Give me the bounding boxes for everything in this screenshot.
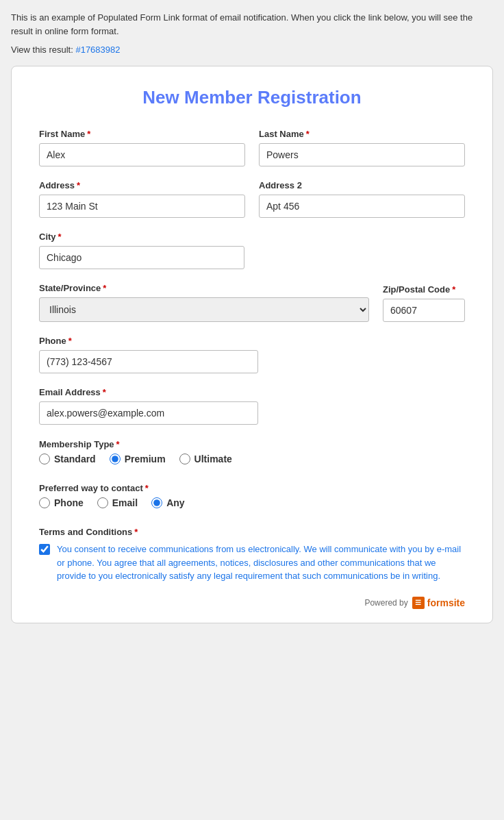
- contact-email-radio[interactable]: [97, 497, 108, 508]
- address-row: Address* Address 2: [39, 180, 465, 218]
- address2-label: Address 2: [259, 180, 465, 190]
- email-input[interactable]: [39, 401, 258, 425]
- email-label: Email Address*: [39, 387, 258, 397]
- address2-input[interactable]: [259, 195, 465, 218]
- membership-standard-radio[interactable]: [39, 454, 50, 464]
- form-container: New Member Registration First Name* Last…: [11, 66, 493, 623]
- terms-required: *: [134, 527, 138, 537]
- city-input[interactable]: [39, 246, 244, 269]
- first-name-input[interactable]: [39, 143, 245, 166]
- membership-ultimate-label: Ultimate: [194, 454, 232, 464]
- terms-text: You consent to receive communications fr…: [57, 543, 465, 583]
- contact-phone-item: Phone: [39, 497, 84, 508]
- zip-required: *: [452, 284, 455, 295]
- last-name-group: Last Name*: [259, 129, 465, 166]
- phone-group: Phone*: [39, 336, 258, 373]
- membership-label: Membership Type*: [39, 439, 120, 449]
- city-group: City*: [39, 232, 244, 269]
- state-required: *: [103, 283, 106, 293]
- membership-section: Membership Type* Standard Premium Ultima…: [39, 438, 465, 469]
- terms-label: Terms and Conditions*: [39, 527, 138, 537]
- address-required: *: [77, 180, 80, 190]
- membership-radio-group: Standard Premium Ultimate: [39, 454, 465, 469]
- phone-section: Phone*: [39, 336, 465, 373]
- terms-checkbox[interactable]: [39, 544, 50, 555]
- state-group: State/Province* Illinois Alabama Alaska …: [39, 283, 369, 322]
- zip-label: Zip/Postal Code*: [383, 284, 465, 295]
- formsite-brand: ☰ formsite: [412, 597, 465, 609]
- state-zip-row: State/Province* Illinois Alabama Alaska …: [39, 283, 465, 322]
- terms-content: You consent to receive communications fr…: [39, 543, 465, 583]
- powered-by-label: Powered by: [364, 598, 407, 608]
- contact-section: Preferred way to contact* Phone Email An…: [39, 482, 465, 512]
- address-label: Address*: [39, 180, 245, 190]
- contact-radio-group: Phone Email Any: [39, 497, 465, 512]
- email-group: Email Address*: [39, 387, 258, 425]
- contact-phone-label: Phone: [54, 497, 84, 508]
- result-link[interactable]: #17683982: [75, 45, 120, 55]
- contact-any-radio[interactable]: [151, 497, 162, 508]
- state-label: State/Province*: [39, 283, 369, 293]
- contact-required: *: [145, 483, 149, 493]
- contact-phone-radio[interactable]: [39, 497, 50, 508]
- phone-input[interactable]: [39, 350, 258, 373]
- state-select[interactable]: Illinois Alabama Alaska Arizona Californ…: [39, 297, 369, 322]
- address-input[interactable]: [39, 195, 245, 218]
- city-section: City*: [39, 232, 465, 269]
- zip-input[interactable]: [383, 299, 465, 322]
- form-title: New Member Registration: [39, 87, 465, 108]
- contact-any-item: Any: [151, 497, 184, 508]
- view-result-label: View this result:: [11, 45, 73, 55]
- membership-required: *: [116, 439, 120, 449]
- view-result-line: View this result: #17683982: [11, 45, 493, 55]
- intro-description: This is an example of Populated Form Lin…: [11, 11, 493, 38]
- phone-required: *: [68, 336, 72, 346]
- first-name-required: *: [87, 129, 90, 139]
- last-name-input[interactable]: [259, 143, 465, 166]
- membership-ultimate-radio[interactable]: [179, 454, 190, 464]
- contact-email-label: Email: [112, 497, 138, 508]
- terms-section: Terms and Conditions* You consent to rec…: [39, 526, 465, 583]
- city-label: City*: [39, 232, 244, 242]
- formsite-name: formsite: [427, 597, 465, 608]
- name-row: First Name* Last Name*: [39, 129, 465, 166]
- membership-ultimate-item: Ultimate: [179, 454, 232, 464]
- footer: Powered by ☰ formsite: [39, 597, 465, 609]
- membership-standard-label: Standard: [54, 454, 96, 464]
- membership-standard-item: Standard: [39, 454, 96, 464]
- address2-group: Address 2: [259, 180, 465, 218]
- last-name-label: Last Name*: [259, 129, 465, 139]
- contact-label: Preferred way to contact*: [39, 483, 149, 493]
- membership-premium-item: Premium: [110, 454, 166, 464]
- address-group: Address*: [39, 180, 245, 218]
- email-required: *: [103, 387, 106, 397]
- contact-any-label: Any: [166, 497, 184, 508]
- last-name-required: *: [306, 129, 310, 139]
- contact-email-item: Email: [97, 497, 138, 508]
- formsite-icon: ☰: [412, 597, 425, 609]
- membership-premium-radio[interactable]: [110, 454, 121, 464]
- first-name-group: First Name*: [39, 129, 245, 166]
- membership-premium-label: Premium: [125, 454, 166, 464]
- email-section: Email Address*: [39, 387, 465, 425]
- zip-group: Zip/Postal Code*: [383, 284, 465, 322]
- phone-label: Phone*: [39, 336, 258, 346]
- city-required: *: [58, 232, 62, 242]
- first-name-label: First Name*: [39, 129, 245, 139]
